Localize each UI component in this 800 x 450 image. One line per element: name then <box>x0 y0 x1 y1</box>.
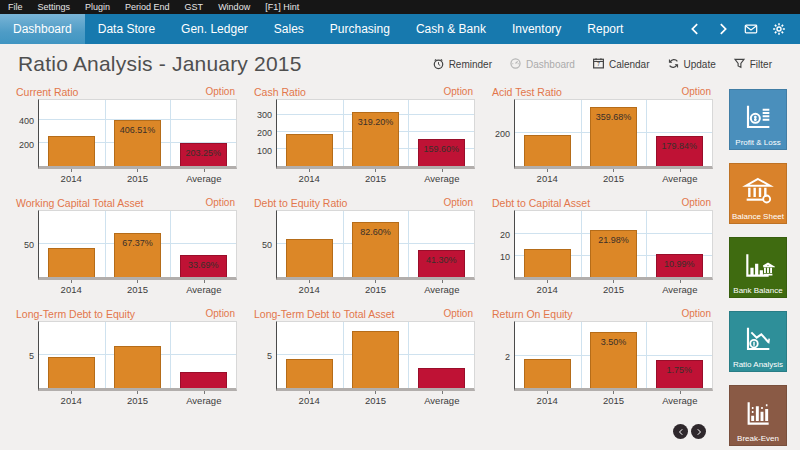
bar-2014 <box>286 239 333 277</box>
x-tick-label: 2015 <box>104 391 170 407</box>
gridline-vertical <box>408 100 409 166</box>
chart-option-link[interactable]: Option <box>444 308 473 319</box>
menu-item[interactable]: Settings <box>38 2 71 12</box>
dashboard-icon <box>509 57 522 72</box>
bar-2015: 3.50% <box>590 332 637 388</box>
x-tick-label: 2015 <box>342 391 408 407</box>
y-tick-label: 100 <box>257 146 272 156</box>
chart-panel: Long-Term Debt to Total Asset Option 5 2… <box>248 306 477 409</box>
bar-2014 <box>524 135 571 166</box>
nav-icons <box>687 14 800 44</box>
menu-item[interactable]: GST <box>185 2 204 12</box>
bar-2015: 82.60% <box>352 222 399 277</box>
x-tick-label: 2014 <box>38 280 104 296</box>
x-tick-label: 2015 <box>580 280 646 296</box>
sidebar-button-balance-sheet[interactable]: Balance Sheet <box>729 163 787 224</box>
x-axis-labels: 20142015Average <box>10 280 237 296</box>
chart-panel: Acid Test Ratio Option 200 359.68%179.84… <box>486 84 715 187</box>
sidebar-button-bank-balance[interactable]: Bank Balance <box>729 237 787 298</box>
gridline-vertical <box>646 211 647 277</box>
pager-chevron-left-icon[interactable] <box>673 424 688 439</box>
chart-title: Working Capital Total Asset <box>16 197 143 209</box>
dashboard-button: Dashboard <box>509 57 575 72</box>
bar-average: 10.99% <box>656 254 703 277</box>
sidebar-button-profit-loss[interactable]: Profit & Loss <box>729 89 787 150</box>
x-axis-labels: 20142015Average <box>10 391 237 407</box>
filter-button[interactable]: Filter <box>733 57 772 72</box>
break-even-icon <box>741 397 775 434</box>
x-tick-label: Average <box>409 280 475 296</box>
page-header: Ratio Analysis - January 2015 Reminder D… <box>0 44 800 84</box>
x-tick-label: Average <box>171 169 237 185</box>
chart-option-link[interactable]: Option <box>682 197 711 208</box>
chart-title: Long-Term Debt to Equity <box>16 308 135 320</box>
nav-tab-dashboard[interactable]: Dashboard <box>0 14 85 44</box>
ratio-analysis-icon <box>741 323 775 360</box>
x-tick-label: Average <box>647 169 713 185</box>
chevron-right-icon[interactable] <box>715 22 730 37</box>
menu-item[interactable]: File <box>8 2 23 12</box>
chevron-left-icon[interactable] <box>687 22 702 37</box>
nav-tab-data-store[interactable]: Data Store <box>85 14 168 44</box>
x-axis-labels: 20142015Average <box>486 169 713 185</box>
nav-tab-cash-bank[interactable]: Cash & Bank <box>403 14 499 44</box>
profit-loss-icon <box>741 101 775 138</box>
mail-icon[interactable] <box>743 22 758 37</box>
bar-2015: 406.51% <box>114 120 161 166</box>
y-axis-labels: 200400 <box>10 99 38 169</box>
gear-icon[interactable] <box>771 22 786 37</box>
pager-chevron-right-icon[interactable] <box>691 424 706 439</box>
chart-title: Debt to Equity Ratio <box>254 197 347 209</box>
x-axis-labels: 20142015Average <box>486 391 713 407</box>
gridline-vertical <box>343 100 344 166</box>
x-tick-label: Average <box>647 391 713 407</box>
balance-sheet-icon <box>741 175 775 212</box>
x-axis-labels: 20142015Average <box>10 169 237 185</box>
nav-tab-purchasing[interactable]: Purchasing <box>317 14 403 44</box>
reminder-button[interactable]: Reminder <box>432 57 492 72</box>
y-tick-label: 50 <box>262 240 272 250</box>
x-tick-label: 2014 <box>514 280 580 296</box>
nav-tab-sales[interactable]: Sales <box>261 14 317 44</box>
chart-panel: Return On Equity Option 2 3.50%1.75% 201… <box>486 306 715 409</box>
chart-plot: 359.68%179.84% <box>514 99 713 169</box>
bar-value-label: 1.75% <box>657 365 702 375</box>
chart-option-link[interactable]: Option <box>206 308 235 319</box>
gridline-vertical <box>170 322 171 388</box>
chart-title: Return On Equity <box>492 308 573 320</box>
menu-item[interactable]: Period End <box>125 2 170 12</box>
nav-tab-gen-ledger[interactable]: Gen. Ledger <box>168 14 261 44</box>
gridline-vertical <box>408 322 409 388</box>
update-button[interactable]: Update <box>667 57 716 72</box>
chart-option-link[interactable]: Option <box>682 86 711 97</box>
x-tick-label: 2015 <box>580 169 646 185</box>
y-axis-labels: 5 <box>248 321 276 391</box>
bar-2014 <box>286 134 333 166</box>
bar-average: 1.75% <box>656 360 703 388</box>
header-tools: Reminder Dashboard 7 Calendar Update Fil… <box>432 57 772 72</box>
nav-tab-report[interactable]: Report <box>574 14 636 44</box>
chart-option-link[interactable]: Option <box>444 197 473 208</box>
bar-average: 41.30% <box>418 250 465 277</box>
calendar-button[interactable]: 7 Calendar <box>592 57 650 72</box>
sidebar-button-break-even[interactable]: Break-Even <box>729 385 787 446</box>
chart-plot: 319.20%159.60% <box>276 99 475 169</box>
reminder-icon <box>432 57 445 72</box>
bar-value-label: 41.30% <box>419 255 464 265</box>
bar-value-label: 179.84% <box>657 141 702 151</box>
chart-pager <box>673 424 706 439</box>
chart-option-link[interactable]: Option <box>682 308 711 319</box>
chart-option-link[interactable]: Option <box>206 197 235 208</box>
calendar-icon: 7 <box>592 57 605 72</box>
bar-average <box>180 372 227 388</box>
menu-item[interactable]: [F1] Hint <box>265 2 299 12</box>
menu-item[interactable]: Plugin <box>85 2 110 12</box>
menu-item[interactable]: Window <box>218 2 250 12</box>
bar-2015: 21.98% <box>590 230 637 277</box>
nav-tab-inventory[interactable]: Inventory <box>499 14 574 44</box>
bar-average: 179.84% <box>656 136 703 166</box>
chart-option-link[interactable]: Option <box>444 86 473 97</box>
chart-option-link[interactable]: Option <box>206 86 235 97</box>
y-axis-labels: 1020 <box>486 210 514 280</box>
sidebar-button-ratio-analysis[interactable]: Ratio Analysis <box>729 311 787 372</box>
